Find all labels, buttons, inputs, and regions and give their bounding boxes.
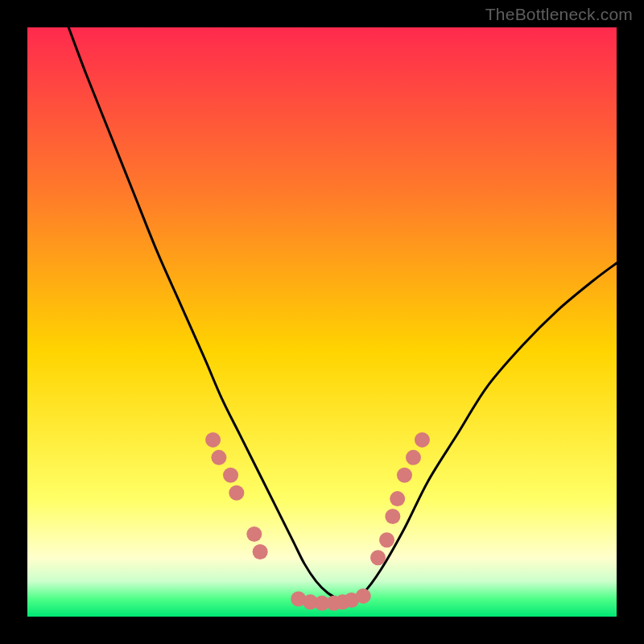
data-dot	[223, 468, 238, 483]
data-dot	[397, 468, 412, 483]
data-dot	[406, 450, 421, 465]
data-dot	[205, 432, 221, 448]
dot-cluster-left	[205, 432, 268, 559]
bottleneck-curve	[68, 27, 617, 600]
watermark-text: TheBottleneck.com	[485, 5, 633, 24]
data-dot	[246, 526, 262, 542]
data-dot	[385, 509, 400, 524]
data-dot	[253, 544, 268, 559]
dot-cluster-bottom	[291, 588, 371, 611]
data-dot	[390, 491, 405, 506]
data-dot	[229, 485, 244, 501]
plot-area	[27, 27, 617, 617]
data-dot	[211, 450, 226, 465]
data-dot	[415, 432, 430, 448]
chart-svg	[27, 27, 617, 617]
dot-cluster-right	[370, 432, 430, 565]
data-dot	[356, 588, 371, 604]
data-dot	[370, 550, 386, 565]
chart-outer-frame: TheBottleneck.com	[0, 0, 644, 644]
data-dot	[379, 532, 394, 547]
